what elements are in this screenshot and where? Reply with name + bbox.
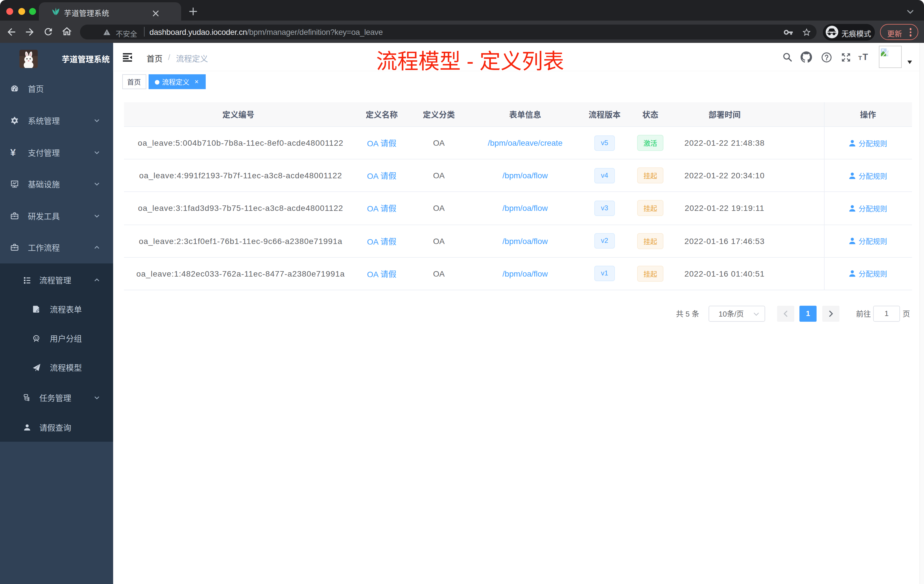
svg-text:T: T (858, 54, 862, 61)
svg-text:T: T (863, 52, 868, 62)
